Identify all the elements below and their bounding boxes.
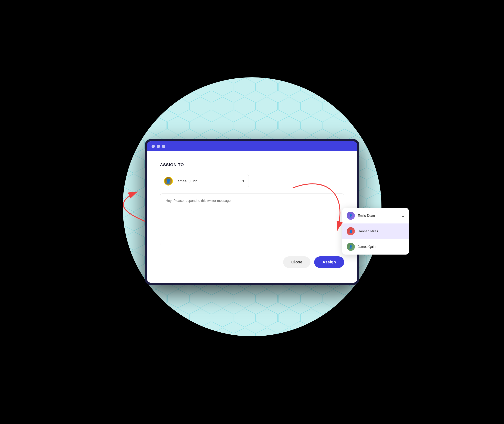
action-buttons: Close Assign [160,256,344,268]
traffic-dot-1 [152,145,155,148]
browser-window: ASSIGN TO 👤 James Quinn ▼ Close Assign [147,141,357,283]
close-button[interactable]: Close [283,256,310,268]
dropdown-item-hannah[interactable]: 👤 Hannah Miles [342,224,409,239]
selected-user-name: James Quinn [176,179,239,183]
dropdown-item-james[interactable]: 👤 James Quinn [342,239,409,255]
browser-titlebar [147,141,357,151]
jamesq-avatar: 👤 [347,243,355,251]
user-dropdown[interactable]: 👤 James Quinn ▼ [160,174,249,188]
chevron-up-icon: ▲ [402,214,404,217]
browser-content: ASSIGN TO 👤 James Quinn ▼ Close Assign [147,151,357,283]
dropdown-item-emilo[interactable]: 👤 Emilo Dean ▲ [342,208,409,224]
traffic-dot-3 [162,145,165,148]
assign-to-title: ASSIGN TO [160,162,344,167]
chevron-down-icon: ▼ [242,180,245,183]
selected-user-avatar: 👤 [164,177,173,186]
traffic-dot-2 [157,145,160,148]
james-name: James Quinn [358,245,377,249]
assign-button[interactable]: Assign [314,256,344,268]
dropdown-popup: 👤 Emilo Dean ▲ 👤 Hannah Miles [342,208,409,255]
emilo-name: Emilo Dean [358,214,375,218]
hannah-avatar: 👤 [347,227,355,235]
device-frame: ASSIGN TO 👤 James Quinn ▼ Close Assign [145,139,359,285]
emilo-avatar: 👤 [347,212,355,220]
message-input[interactable] [160,193,344,245]
scene: ASSIGN TO 👤 James Quinn ▼ Close Assign [49,27,455,397]
hannah-name: Hannah Miles [358,229,378,233]
